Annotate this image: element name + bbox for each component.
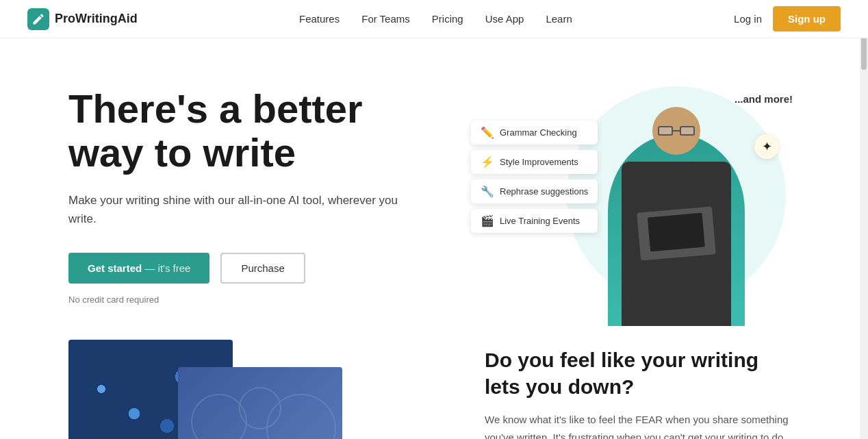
logo-icon: [27, 8, 49, 30]
svg-point-0: [192, 394, 246, 439]
blue-pattern-svg: [178, 367, 342, 439]
no-credit-card-text: No credit card required: [68, 294, 424, 305]
image-stack: My idea in my head: [68, 340, 356, 439]
hero-buttons: Get started — it's free Purchase: [68, 253, 424, 284]
style-icon: ⚡: [481, 155, 494, 168]
svg-point-2: [267, 394, 335, 439]
feature-pills: ✏️ Grammar Checking ⚡ Style Improvements…: [471, 121, 598, 233]
nav-links: Features For Teams Pricing Use App Learn: [299, 13, 572, 25]
second-section-body: We know what it's like to feel the FEAR …: [485, 411, 800, 439]
rephrase-icon: 🔧: [481, 185, 494, 198]
hero-section: There's a better way to write Make your …: [0, 38, 868, 340]
pill-style: ⚡ Style Improvements: [471, 150, 598, 174]
signup-button[interactable]: Sign up: [773, 6, 841, 32]
nav-features[interactable]: Features: [299, 13, 340, 25]
person-head: [652, 107, 700, 155]
hero-left: There's a better way to write Make your …: [68, 87, 424, 305]
pill-rephrase: 🔧 Rephrase suggestions: [471, 179, 598, 203]
nav-use-app[interactable]: Use App: [485, 13, 524, 25]
blue-overlay-image: [178, 367, 342, 439]
second-section-heading: Do you feel like your writing lets you d…: [485, 347, 800, 400]
main-nav: ProWritingAid Features For Teams Pricing…: [0, 0, 868, 38]
nav-pricing[interactable]: Pricing: [432, 13, 463, 25]
purchase-button[interactable]: Purchase: [220, 253, 305, 284]
person-laptop: [637, 206, 716, 260]
get-started-button[interactable]: Get started — it's free: [68, 253, 209, 284]
nav-for-teams[interactable]: For Teams: [361, 13, 410, 25]
logo[interactable]: ProWritingAid: [27, 8, 138, 30]
hero-right: ...and more! ✏️ Grammar Checking ⚡ Style…: [471, 79, 800, 312]
grammar-icon: ✏️: [481, 126, 494, 139]
scrollbar-track[interactable]: [860, 0, 868, 439]
training-icon: 🎬: [481, 214, 494, 227]
second-section: My idea in my head Do you feel like your…: [0, 340, 868, 439]
second-section-text: Do you feel like your writing lets you d…: [485, 340, 800, 439]
nav-learn[interactable]: Learn: [546, 13, 572, 25]
star-decoration: ✦: [754, 134, 779, 159]
hero-title: There's a better way to write: [68, 87, 424, 175]
brand-name: ProWritingAid: [55, 12, 138, 26]
pill-grammar: ✏️ Grammar Checking: [471, 121, 598, 145]
nav-right: Log in Sign up: [734, 6, 841, 32]
person-illustration: [594, 93, 758, 326]
pill-training: 🎬 Live Training Events: [471, 209, 598, 233]
login-link[interactable]: Log in: [734, 13, 762, 25]
hero-subtitle: Make your writing shine with our all-in-…: [68, 191, 424, 228]
